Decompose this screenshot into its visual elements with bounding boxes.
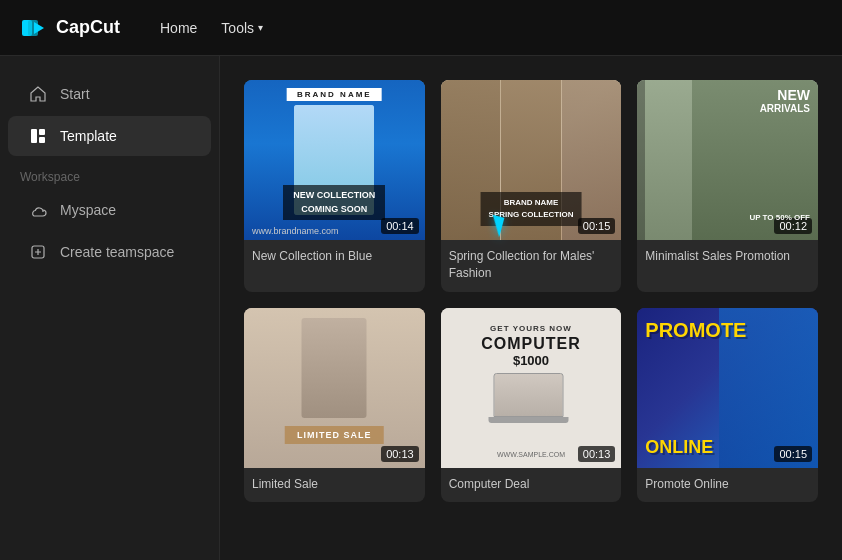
- template-title-3: Minimalist Sales Promotion: [637, 240, 818, 275]
- chevron-down-icon: ▾: [258, 22, 263, 33]
- svg-rect-3: [31, 129, 37, 143]
- sidebar-item-start-label: Start: [60, 86, 90, 102]
- svg-rect-5: [39, 137, 45, 143]
- template-thumb-5: GET YOURS NOW COMPUTER $1000 WWW.SAMPLE.…: [441, 308, 622, 468]
- new-arrivals-new: NEW: [760, 88, 810, 103]
- get-yours-now-text: GET YOURS NOW: [441, 324, 622, 333]
- new-collection-text: NEW COLLECTION: [293, 189, 375, 203]
- new-arrivals-text: ARRIVALS: [760, 103, 810, 114]
- brand-name-label-2: BRAND NAME: [489, 197, 574, 209]
- sale-percent-text: UP TO 50% OFF: [749, 213, 810, 222]
- computer-price-text: $1000: [441, 353, 622, 368]
- template-title-6: Promote Online: [637, 468, 818, 503]
- template-thumb-1: BRAND NAME NEW COLLECTION COMING SOON ww…: [244, 80, 425, 240]
- website-watermark: www.brandname.com: [252, 226, 339, 236]
- svg-marker-2: [34, 22, 44, 34]
- app-name: CapCut: [56, 17, 120, 38]
- main-layout: Start Template Workspace Myspace: [0, 56, 842, 560]
- template-card-promote-online[interactable]: PROMOTE ONLINE 00:15 Promote Online: [637, 308, 818, 503]
- template-duration-4: 00:13: [381, 446, 419, 462]
- template-thumb-4: LIMITED SALE 00:13: [244, 308, 425, 468]
- capcut-logo-icon: [20, 14, 48, 42]
- nav-home[interactable]: Home: [160, 20, 197, 36]
- brand-name-label: BRAND NAME: [287, 88, 382, 101]
- cloud-icon: [28, 200, 48, 220]
- sidebar-item-template[interactable]: Template: [8, 116, 211, 156]
- nav-tools[interactable]: Tools ▾: [221, 20, 263, 36]
- promote-text: PROMOTE: [645, 320, 746, 340]
- workspace-section-label: Workspace: [0, 158, 219, 188]
- template-duration-6: 00:15: [774, 446, 812, 462]
- coming-soon-text: COMING SOON: [293, 203, 375, 217]
- template-thumb-3: NEW ARRIVALS UP TO 50% OFF 00:12: [637, 80, 818, 240]
- sidebar-item-template-label: Template: [60, 128, 117, 144]
- templates-grid: BRAND NAME NEW COLLECTION COMING SOON ww…: [244, 80, 818, 502]
- template-icon: [28, 126, 48, 146]
- template-card-spring-collection[interactable]: BRAND NAME SPRING COLLECTION 00:15 Sprin…: [441, 80, 622, 292]
- template-thumb-6: PROMOTE ONLINE 00:15: [637, 308, 818, 468]
- website-sample-text: WWW.SAMPLE.COM: [441, 451, 622, 458]
- sidebar: Start Template Workspace Myspace: [0, 56, 220, 560]
- app-header: CapCut Home Tools ▾: [0, 0, 842, 56]
- template-title-1: New Collection in Blue: [244, 240, 425, 275]
- sidebar-item-start[interactable]: Start: [8, 74, 211, 114]
- content-area: BRAND NAME NEW COLLECTION COMING SOON ww…: [220, 56, 842, 560]
- sidebar-item-myspace-label: Myspace: [60, 202, 116, 218]
- template-duration-2: 00:15: [578, 218, 616, 234]
- home-icon: [28, 84, 48, 104]
- limited-sale-badge: LIMITED SALE: [285, 426, 384, 444]
- template-duration-1: 00:14: [381, 218, 419, 234]
- app-logo[interactable]: CapCut: [20, 14, 120, 42]
- sidebar-item-myspace[interactable]: Myspace: [8, 190, 211, 230]
- svg-rect-4: [39, 129, 45, 135]
- sidebar-item-create-teamspace[interactable]: Create teamspace: [8, 232, 211, 272]
- template-card-computer-deal[interactable]: GET YOURS NOW COMPUTER $1000 WWW.SAMPLE.…: [441, 308, 622, 503]
- template-card-new-collection-blue[interactable]: BRAND NAME NEW COLLECTION COMING SOON ww…: [244, 80, 425, 292]
- template-card-limited-sale[interactable]: LIMITED SALE 00:13 Limited Sale: [244, 308, 425, 503]
- computer-product-text: COMPUTER: [441, 335, 622, 353]
- template-title-2: Spring Collection for Males' Fashion: [441, 240, 622, 292]
- sidebar-item-create-teamspace-label: Create teamspace: [60, 244, 174, 260]
- plus-icon: [28, 242, 48, 262]
- spring-collection-label: SPRING COLLECTION: [489, 209, 574, 221]
- online-text: ONLINE: [645, 438, 713, 456]
- template-card-minimalist-sales[interactable]: NEW ARRIVALS UP TO 50% OFF 00:12 Minimal…: [637, 80, 818, 292]
- main-nav: Home Tools ▾: [160, 20, 263, 36]
- template-title-4: Limited Sale: [244, 468, 425, 503]
- template-thumb-2: BRAND NAME SPRING COLLECTION 00:15: [441, 80, 622, 240]
- template-title-5: Computer Deal: [441, 468, 622, 503]
